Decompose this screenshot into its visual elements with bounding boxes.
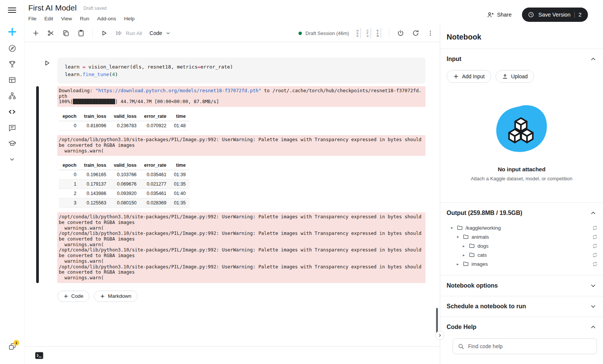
- tree-collapsed-icon[interactable]: ▸: [463, 253, 469, 257]
- tree-item-dogs[interactable]: ▸dogs: [440, 241, 603, 250]
- menu-view[interactable]: View: [61, 16, 72, 21]
- session-status[interactable]: Draft Session (46m): [298, 30, 349, 36]
- windows-switcher-icon[interactable]: 1: [8, 342, 17, 351]
- run-cell-icon[interactable]: [100, 29, 108, 37]
- chevron-down-icon: [589, 282, 597, 289]
- tree-expanded-icon[interactable]: ▾: [451, 226, 457, 230]
- plus-icon: [63, 294, 69, 299]
- input-section-header[interactable]: Input: [440, 49, 603, 69]
- competitions-trophy-icon[interactable]: [8, 60, 17, 69]
- datasets-table-icon[interactable]: [8, 76, 17, 84]
- models-sitemap-icon[interactable]: [8, 91, 17, 100]
- table-row: 30.1255630.0801500.02836901:35: [59, 198, 190, 208]
- add-input-button[interactable]: Add Input: [447, 70, 491, 83]
- tree-item-label: /kaggle/working: [465, 225, 592, 231]
- tree-item-label: animals: [471, 234, 592, 240]
- code-editor[interactable]: learn = vision_learner(dls, resnet18, me…: [57, 58, 425, 84]
- copy-icon[interactable]: [62, 29, 70, 37]
- sync-icon[interactable]: [592, 234, 598, 240]
- right-panel: Notebook Input Add Input Upload: [440, 24, 603, 364]
- hamburger-menu-icon[interactable]: [8, 8, 16, 13]
- divider: [574, 12, 575, 18]
- add-cell-icon[interactable]: [32, 29, 40, 37]
- console-terminal-icon[interactable]: [35, 352, 44, 359]
- panel-collapse-handle[interactable]: [435, 331, 444, 340]
- sync-icon[interactable]: [592, 261, 598, 267]
- sync-icon[interactable]: [592, 252, 598, 258]
- add-markdown-button[interactable]: Markdown: [94, 291, 137, 302]
- tree-item-animals[interactable]: ▾animals: [440, 232, 603, 241]
- stderr-warning-1: /opt/conda/lib/python3.10/site-packages/…: [57, 135, 425, 156]
- code-help-search[interactable]: [453, 338, 597, 354]
- run-all-button[interactable]: Run All: [115, 29, 142, 37]
- sync-icon[interactable]: [592, 243, 598, 249]
- metrics-table-1: epochtrain_lossvalid_losserror_ratetime0…: [59, 112, 190, 131]
- progress-line: 100%|███████████████| 44.7M/44.7M [00:00…: [59, 99, 424, 105]
- cell-type-dropdown[interactable]: Code: [150, 30, 170, 36]
- search-input[interactable]: [468, 343, 592, 349]
- restart-icon[interactable]: [412, 29, 419, 37]
- metrics-table-2: epochtrain_lossvalid_losserror_ratetime0…: [59, 161, 190, 208]
- notebook-canvas: learn = vision_learner(dls, resnet18, me…: [24, 42, 440, 346]
- output-section-header[interactable]: Output (259.8MB / 19.5GB): [440, 203, 603, 223]
- tree-item-images[interactable]: ▸images: [440, 259, 603, 268]
- tree-collapsed-icon[interactable]: ▸: [457, 262, 463, 266]
- create-button[interactable]: [7, 27, 17, 37]
- power-icon[interactable]: [397, 29, 404, 37]
- table-row: 20.1439860.0939200.03546101:40: [59, 189, 190, 198]
- kaggle-notebook-app: 1 First AI Model Draft saved FileEditVie…: [0, 0, 603, 364]
- session-green-dot: [298, 32, 302, 35]
- notebook-title[interactable]: First AI Model: [28, 3, 77, 12]
- sync-icon[interactable]: [592, 225, 598, 231]
- menu-edit[interactable]: Edit: [44, 16, 53, 21]
- section-code-help[interactable]: Code Help: [440, 317, 603, 337]
- menu-bar: FileEditViewRunAdd-onsHelp: [28, 16, 135, 21]
- upload-button[interactable]: Upload: [496, 70, 534, 83]
- chevron-down-icon: [589, 303, 597, 310]
- section-schedule-a-notebook-to-run[interactable]: Schedule a notebook to run: [440, 296, 603, 317]
- plus-icon: [7, 27, 17, 37]
- stderr-download: Downloading: "https://download.pytorch.o…: [57, 86, 425, 107]
- share-person-icon: [487, 11, 494, 18]
- table-row: 00.8180960.2367830.07092201:48: [59, 121, 190, 131]
- cell-run-icon[interactable]: [43, 59, 51, 67]
- rail-chevron-down-icon[interactable]: [8, 155, 16, 163]
- code-icon[interactable]: [8, 107, 17, 116]
- tree-item-label: images: [471, 261, 592, 267]
- menu-file[interactable]: File: [28, 16, 37, 21]
- console-bar: [24, 346, 440, 364]
- cell-selection-bar[interactable]: [36, 86, 39, 283]
- share-button[interactable]: Share: [487, 11, 512, 18]
- notebook-toolbar: Run All Code Draft Session (46m) HDDCPUR…: [24, 24, 440, 42]
- menu-help[interactable]: Help: [124, 16, 135, 21]
- output-section: Output (259.8MB / 19.5GB) ▾/kaggle/worki…: [440, 203, 603, 275]
- kebab-menu-icon[interactable]: [427, 30, 434, 37]
- tree-expanded-icon[interactable]: ▾: [457, 235, 463, 239]
- cut-scissors-icon[interactable]: [47, 29, 55, 37]
- add-code-button[interactable]: Code: [57, 291, 89, 302]
- menu-add-ons[interactable]: Add-ons: [97, 16, 116, 21]
- save-version-button[interactable]: Save Version 2: [522, 8, 588, 22]
- tree-item-kaggle-working[interactable]: ▾/kaggle/working: [440, 223, 603, 232]
- chevron-up-icon: [589, 55, 597, 63]
- plus-icon: [100, 294, 105, 299]
- meter-cpu: CPU: [367, 28, 371, 38]
- tree-item-label: cats: [478, 252, 592, 258]
- code-cell: learn = vision_learner(dls, resnet18, me…: [34, 58, 425, 84]
- version-history-icon: [528, 11, 534, 18]
- learn-graduation-icon[interactable]: [8, 139, 17, 148]
- divider: [389, 29, 389, 38]
- download-url[interactable]: "https://download.pytorch.org/models/res…: [95, 88, 261, 93]
- section-notebook-options[interactable]: Notebook options: [440, 275, 603, 296]
- paste-clipboard-icon[interactable]: [77, 29, 85, 37]
- tree-collapsed-icon[interactable]: ▸: [463, 244, 469, 248]
- discussions-comment-icon[interactable]: [8, 123, 17, 132]
- menu-run[interactable]: Run: [80, 16, 89, 21]
- notebook-main: Run All Code Draft Session (46m) HDDCPUR…: [24, 24, 440, 364]
- meter-ram: RAM: [377, 28, 381, 38]
- cell-output: Downloading: "https://download.pytorch.o…: [34, 86, 425, 283]
- table-row: 10.1791370.0696760.02127701:35: [59, 180, 190, 189]
- chevron-down-icon: [166, 31, 170, 35]
- tree-item-cats[interactable]: ▸cats: [440, 250, 603, 259]
- explore-compass-icon[interactable]: [8, 44, 17, 53]
